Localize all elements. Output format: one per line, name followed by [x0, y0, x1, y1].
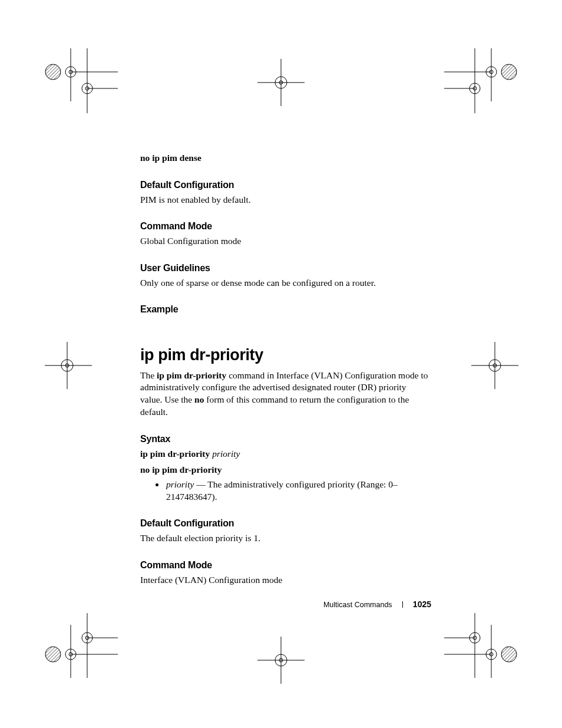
crop-mark-right-icon — [471, 342, 518, 389]
heading-command-mode-2: Command Mode — [140, 559, 429, 572]
footer-section: Multicast Commands — [323, 601, 392, 609]
svg-point-52 — [279, 658, 283, 662]
svg-point-9 — [69, 70, 72, 74]
syntax-line-2: no ip pim dr-priority — [140, 464, 429, 476]
syntax-line1-bold: ip pim dr-priority — [140, 449, 210, 459]
text-command-mode-1: Global Configuration mode — [140, 235, 429, 248]
text-command-mode-2: Interface (VLAN) Configuration mode — [140, 574, 429, 587]
footer-divider — [402, 601, 403, 608]
crop-mark-bottom-left-icon — [41, 607, 118, 678]
svg-point-25 — [82, 633, 92, 643]
no-ip-pim-dense-line: no ip pim dense — [140, 152, 429, 164]
svg-point-43 — [489, 360, 501, 371]
svg-point-6 — [65, 67, 76, 77]
svg-point-24 — [65, 649, 76, 660]
svg-point-10 — [501, 64, 517, 80]
svg-point-33 — [486, 649, 497, 660]
text-user-guidelines: Only one of sparse or dense mode can be … — [140, 277, 429, 289]
desc-cmd-bold: ip pim dr-priority — [157, 370, 226, 380]
svg-point-26 — [85, 636, 89, 640]
svg-point-16 — [470, 83, 480, 94]
heading-syntax: Syntax — [140, 433, 429, 446]
crop-mark-center-bottom-icon — [257, 637, 305, 684]
heading-command-mode-1: Command Mode — [140, 220, 429, 233]
svg-point-36 — [490, 653, 493, 656]
text-default-configuration-1: PIM is not enabled by default. — [140, 194, 429, 206]
syntax-line1-italic: priority — [210, 449, 240, 459]
desc-no-bold: no — [194, 394, 204, 404]
svg-point-34 — [470, 633, 480, 643]
crop-mark-top-left-icon — [41, 48, 118, 113]
svg-point-39 — [61, 360, 73, 371]
svg-point-17 — [473, 87, 477, 90]
svg-point-8 — [85, 87, 89, 90]
syntax-line-1: ip pim dr-priority priority — [140, 448, 429, 460]
command-title: ip pim dr-priority — [140, 344, 429, 365]
svg-point-28 — [501, 647, 517, 662]
heading-example: Example — [140, 303, 429, 316]
page-body: no ip pim dense Default Configuration PI… — [140, 152, 429, 588]
crop-mark-center-top-icon — [257, 59, 305, 106]
svg-point-15 — [486, 67, 497, 77]
syntax-bullet-list: priority — The administratively configur… — [140, 479, 429, 503]
svg-point-19 — [45, 647, 61, 662]
text-default-configuration-2: The default election priority is 1. — [140, 532, 429, 545]
page-footer: Multicast Commands 1025 — [0, 599, 562, 610]
syntax-bullet-param: priority — [166, 479, 194, 489]
footer-page-number: 1025 — [413, 599, 431, 609]
svg-point-1 — [45, 64, 61, 80]
svg-point-51 — [275, 654, 287, 666]
svg-point-7 — [82, 83, 92, 94]
svg-point-27 — [69, 653, 72, 656]
crop-mark-top-right-icon — [444, 48, 521, 113]
crop-mark-left-icon — [45, 342, 92, 389]
heading-default-configuration-2: Default Configuration — [140, 517, 429, 530]
svg-point-48 — [279, 81, 283, 84]
syntax-bullet-item: priority — The administratively configur… — [165, 479, 429, 503]
svg-point-47 — [275, 77, 287, 88]
heading-user-guidelines: User Guidelines — [140, 262, 429, 275]
heading-default-configuration-1: Default Configuration — [140, 179, 429, 192]
svg-point-44 — [493, 364, 497, 367]
syntax-bullet-rest: — The administratively configured priori… — [166, 479, 398, 502]
svg-point-18 — [490, 70, 493, 74]
svg-point-35 — [473, 636, 477, 640]
svg-point-40 — [65, 364, 69, 367]
command-description: The ip pim dr-priority command in Interf… — [140, 370, 429, 419]
desc-prefix: The — [140, 370, 157, 380]
crop-mark-bottom-right-icon — [444, 607, 521, 678]
